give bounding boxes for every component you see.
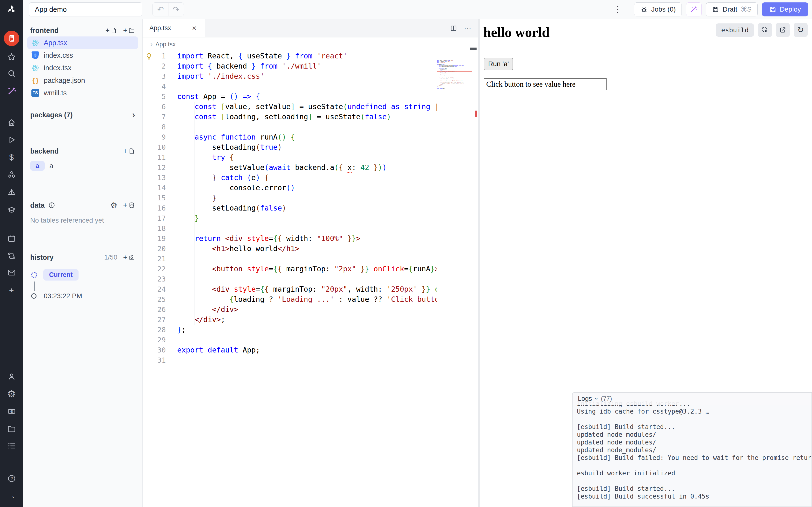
bug-icon bbox=[640, 6, 648, 13]
rail-item-search[interactable] bbox=[0, 66, 23, 81]
info-icon[interactable] bbox=[48, 202, 55, 209]
undo-button[interactable]: ↶ bbox=[153, 3, 168, 16]
user-icon bbox=[7, 372, 16, 381]
chevron-down-icon[interactable]: › bbox=[593, 398, 600, 400]
rail-item-runs[interactable] bbox=[0, 132, 23, 147]
play-icon bbox=[7, 135, 16, 145]
json-icon: {} bbox=[32, 77, 39, 84]
logs-count: (77) bbox=[601, 395, 612, 402]
code-line: 15 } bbox=[143, 193, 437, 203]
line-number: 4 bbox=[143, 81, 166, 92]
rail-item-folders[interactable] bbox=[0, 421, 23, 436]
file-item-index-css[interactable]: 3index.css bbox=[27, 49, 138, 62]
code-line: 25 {loading ? 'Loading ...' : value ?? '… bbox=[143, 294, 437, 304]
rail-item-help[interactable]: ? bbox=[0, 471, 23, 486]
more-options-button[interactable]: ⋮ bbox=[612, 5, 623, 14]
file-item-package-json[interactable]: {}package.json bbox=[27, 74, 138, 87]
rail-item-variables[interactable] bbox=[0, 185, 23, 200]
draft-button[interactable]: Draft ⌘S bbox=[706, 2, 758, 16]
rail-item-expand[interactable]: → bbox=[0, 488, 23, 503]
split-editor-button[interactable] bbox=[450, 24, 457, 32]
worker-group-icon: ⚙ bbox=[7, 407, 16, 416]
rail-item-schemas[interactable] bbox=[0, 203, 23, 218]
route-icon bbox=[7, 251, 16, 260]
code-line: 20 <h1>hello world</h1> bbox=[143, 243, 437, 254]
minimap-slider[interactable] bbox=[470, 48, 476, 50]
history-snapshot-entry[interactable]: 03:23:22 PM bbox=[44, 292, 82, 300]
line-number: 13 bbox=[143, 173, 166, 183]
code-line: 6 const [value, setValue] = useState(und… bbox=[143, 102, 437, 112]
add-file-button[interactable]: + bbox=[105, 27, 117, 34]
line-number: 7 bbox=[143, 112, 166, 122]
add-folder-button[interactable]: + bbox=[123, 27, 135, 34]
rail-item-home[interactable] bbox=[0, 115, 23, 130]
line-number: 19 bbox=[143, 233, 166, 243]
code-line: 23 bbox=[143, 274, 437, 284]
open-external-button[interactable] bbox=[776, 23, 790, 37]
rail-item-workers[interactable]: ⚙ bbox=[0, 404, 23, 419]
file-icon bbox=[110, 27, 117, 34]
tab-app-tsx[interactable]: App.tsx × bbox=[143, 19, 205, 37]
external-link-icon bbox=[779, 26, 786, 34]
line-number: 29 bbox=[143, 335, 166, 345]
plus-icon: + bbox=[105, 27, 110, 34]
apps-active-pill bbox=[4, 31, 19, 46]
indent-guide bbox=[195, 102, 195, 325]
add-snapshot-button[interactable]: + bbox=[123, 254, 135, 261]
file-item-wmill-ts[interactable]: TSwmill.ts bbox=[27, 87, 138, 99]
file-item-index-tsx[interactable]: index.tsx bbox=[27, 62, 138, 74]
jobs-button[interactable]: Jobs (0) bbox=[634, 2, 682, 16]
rail-item-audit[interactable] bbox=[0, 439, 23, 453]
star-icon bbox=[7, 52, 16, 62]
file-item-App-tsx[interactable]: App.tsx bbox=[27, 37, 138, 49]
database-icon bbox=[128, 202, 135, 209]
inspect-element-button[interactable] bbox=[758, 23, 772, 37]
history-title: history bbox=[30, 253, 54, 262]
search-icon bbox=[7, 69, 16, 78]
file-name: index.css bbox=[44, 51, 73, 59]
editor-more-button[interactable]: ··· bbox=[464, 24, 471, 32]
magic-wand-icon bbox=[690, 6, 698, 13]
logs-output[interactable]: Initializing esbuild worker... Using idb… bbox=[577, 400, 812, 500]
deploy-button[interactable]: Deploy bbox=[762, 2, 808, 16]
app-name-input[interactable] bbox=[29, 2, 142, 16]
refresh-button[interactable]: ↻ bbox=[794, 23, 808, 37]
breadcrumb[interactable]: › App.tsx bbox=[143, 38, 478, 51]
lightbulb-icon[interactable] bbox=[145, 52, 153, 60]
add-datatable-button[interactable]: + bbox=[123, 202, 135, 209]
dollar-icon: $ bbox=[9, 153, 14, 162]
chevron-right-icon: › bbox=[150, 40, 152, 48]
history-current-entry[interactable]: Current bbox=[43, 269, 79, 281]
add-script-button[interactable]: + bbox=[123, 148, 135, 155]
rail-item-user[interactable] bbox=[0, 369, 23, 384]
code-lines: 1import React, { useState } from 'react'… bbox=[143, 51, 437, 365]
packages-section-header[interactable]: packages (7) › bbox=[23, 109, 142, 121]
frontend-file-list: App.tsx3index.cssindex.tsx{}package.json… bbox=[23, 37, 142, 99]
pane-resizer[interactable] bbox=[478, 19, 480, 507]
rail-item-flows[interactable] bbox=[0, 248, 23, 263]
redo-button[interactable]: ↷ bbox=[168, 3, 184, 16]
rail-item-settings[interactable]: ⚙ bbox=[0, 386, 23, 401]
rail-item-add[interactable]: + bbox=[0, 283, 23, 298]
ai-wand-button[interactable] bbox=[686, 2, 702, 16]
rail-item-apps[interactable] bbox=[0, 31, 23, 46]
data-settings-button[interactable]: ⚙ bbox=[110, 201, 117, 210]
calendar-icon bbox=[7, 234, 16, 243]
tab-close-icon[interactable]: × bbox=[191, 23, 198, 33]
bundler-badge[interactable]: esbuild bbox=[716, 23, 754, 37]
line-number: 9 bbox=[143, 132, 166, 142]
overview-ruler-error-marker bbox=[475, 111, 477, 117]
run-a-button[interactable]: Run 'a' bbox=[484, 58, 513, 70]
rail-item-favorites[interactable] bbox=[0, 50, 23, 64]
code-area[interactable]: 1import React, { useState } from 'react'… bbox=[143, 51, 437, 507]
line-number: 20 bbox=[143, 243, 166, 254]
rail-item-mail[interactable] bbox=[0, 265, 23, 280]
minimap[interactable]: import React, { useState } from 'react'i… bbox=[437, 60, 472, 99]
rail-item-resources[interactable] bbox=[0, 167, 23, 182]
rail-item-ai[interactable] bbox=[0, 83, 23, 99]
rail-item-schedules[interactable] bbox=[0, 231, 23, 246]
backend-item-a[interactable]: a a bbox=[30, 161, 135, 171]
rail-item-billing[interactable]: $ bbox=[0, 150, 23, 165]
line-number: 23 bbox=[143, 274, 166, 284]
windmill-logo[interactable] bbox=[0, 0, 23, 19]
